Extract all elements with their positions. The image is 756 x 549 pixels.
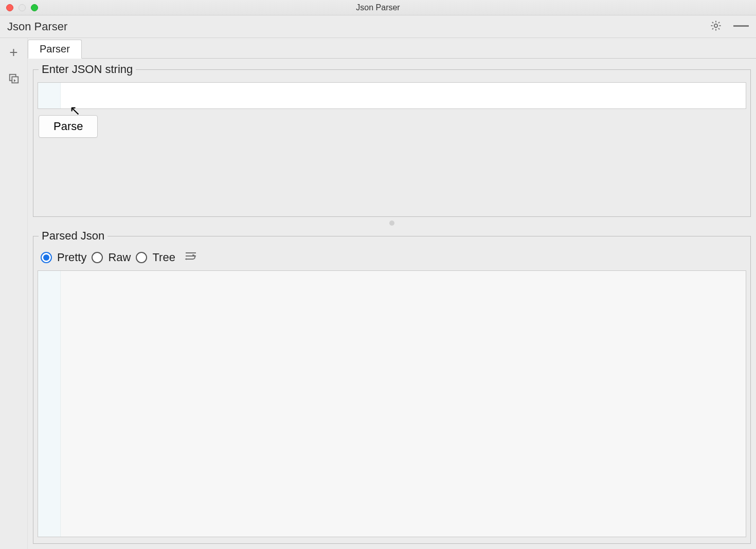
json-output-container [38, 270, 746, 537]
view-mode-row: Pretty Raw Tree [37, 248, 747, 270]
content-area: Parser Enter JSON string Parse Parsed [28, 38, 756, 549]
radio-tree-label: Tree [152, 251, 175, 264]
radio-pretty-label: Pretty [57, 251, 86, 264]
svg-point-0 [714, 24, 717, 27]
output-line-gutter [38, 271, 61, 537]
json-input-container [38, 82, 746, 109]
panel-toolbar: Json Parser — [0, 15, 756, 38]
svg-rect-2 [12, 77, 18, 83]
output-group-legend: Parsed Json [39, 229, 107, 243]
plus-icon[interactable]: + [9, 45, 17, 60]
json-input[interactable] [61, 83, 746, 108]
radio-raw-label: Raw [108, 251, 131, 264]
json-output[interactable] [61, 271, 746, 537]
wrap-lines-icon[interactable] [185, 251, 197, 264]
input-group: Enter JSON string Parse [33, 63, 751, 217]
radio-raw[interactable] [92, 252, 103, 263]
output-group: Parsed Json Pretty Raw Tree [33, 229, 751, 544]
gear-icon[interactable] [710, 20, 722, 34]
radio-tree[interactable] [136, 252, 147, 263]
open-in-editor-icon[interactable] [8, 73, 20, 86]
input-group-legend: Enter JSON string [39, 63, 136, 76]
panel-title: Json Parser [7, 20, 67, 33]
tab-parser[interactable]: Parser [28, 40, 82, 59]
tab-strip: Parser [28, 38, 756, 59]
vertical-splitter[interactable] [33, 220, 751, 226]
radio-pretty[interactable] [41, 252, 52, 263]
parse-button[interactable]: Parse [39, 115, 98, 138]
splitter-grip-icon [389, 221, 394, 226]
window-titlebar: Json Parser [0, 0, 756, 15]
window-title: Json Parser [0, 3, 756, 12]
input-line-gutter [38, 83, 61, 108]
sidebar: + [0, 38, 28, 549]
